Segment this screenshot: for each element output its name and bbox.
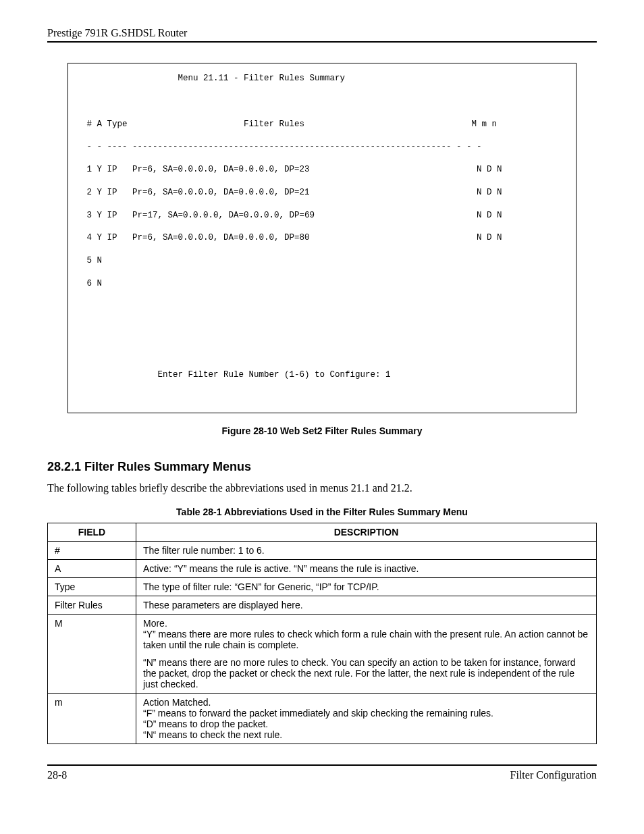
table-cell-description: More.“Y” means there are more rules to c…: [136, 615, 597, 694]
page-number: 28-8: [47, 769, 67, 781]
menu-data-row: 4 Y IP Pr=6, SA=0.0.0.0, DA=0.0.0.0, DP=…: [82, 232, 562, 244]
page-header-title: Prestige 791R G.SHDSL Router: [47, 27, 187, 38]
menu-blank-row: [82, 96, 562, 107]
table-cell-field: #: [48, 542, 136, 560]
page-header: Prestige 791R G.SHDSL Router: [47, 27, 597, 43]
menu-columns-row: # A Type Filter Rules M m n: [82, 119, 562, 130]
table-header-field: FIELD: [48, 523, 136, 542]
menu-blank-row: [82, 346, 562, 358]
table-cell-field: Type: [48, 578, 136, 596]
filter-rules-menu-box: Menu 21.11 - Filter Rules Summary # A Ty…: [68, 63, 576, 413]
menu-data-row: 2 Y IP Pr=6, SA=0.0.0.0, DA=0.0.0.0, DP=…: [82, 187, 562, 199]
table-row: Filter RulesThese parameters are display…: [48, 596, 597, 615]
table-row: MMore.“Y” means there are more rules to …: [48, 615, 597, 694]
table-cell-field: M: [48, 615, 136, 694]
menu-blank-row: [82, 392, 562, 404]
table-cell-field: m: [48, 694, 136, 744]
table-row: TypeThe type of filter rule: “GEN” for G…: [48, 578, 597, 596]
table-row: AActive: “Y” means the rule is active. “…: [48, 560, 597, 578]
page-footer: 28-8 Filter Configuration: [47, 764, 597, 781]
menu-data-row: 6 N: [82, 278, 562, 290]
table-cell-field: A: [48, 560, 136, 578]
figure-caption: Figure 28-10 Web Set2 Filter Rules Summa…: [47, 425, 597, 436]
menu-blank-row: [82, 301, 562, 313]
table-header-description: DESCRIPTION: [136, 523, 597, 542]
table-cell-description: These parameters are displayed here.: [136, 596, 597, 615]
table-cell-description: The filter rule number: 1 to 6.: [136, 542, 597, 560]
table-caption: Table 28-1 Abbreviations Used in the Fil…: [47, 506, 597, 517]
table-cell-description: Active: “Y” means the rule is active. “N…: [136, 560, 597, 578]
section-heading: 28.2.1 Filter Rules Summary Menus: [47, 460, 597, 474]
menu-title-row: Menu 21.11 - Filter Rules Summary: [82, 73, 562, 84]
footer-chapter-title: Filter Configuration: [510, 769, 597, 781]
table-cell-description: The type of filter rule: “GEN” for Gener…: [136, 578, 597, 596]
abbreviations-table: FIELD DESCRIPTION #The filter rule numbe…: [47, 523, 597, 744]
table-cell-description: Action Matched.“F” means to forward the …: [136, 694, 597, 744]
table-row: #The filter rule number: 1 to 6.: [48, 542, 597, 560]
table-cell-field: Filter Rules: [48, 596, 136, 615]
menu-divider-row: - - ---- -------------------------------…: [82, 141, 562, 153]
table-row: mAction Matched.“F” means to forward the…: [48, 694, 597, 744]
menu-prompt-row: Enter Filter Rule Number (1-6) to Config…: [82, 369, 562, 381]
menu-data-row: 5 N: [82, 255, 562, 267]
menu-data-row: 3 Y IP Pr=17, SA=0.0.0.0, DA=0.0.0.0, DP…: [82, 210, 562, 221]
menu-data-row: 1 Y IP Pr=6, SA=0.0.0.0, DA=0.0.0.0, DP=…: [82, 164, 562, 176]
body-paragraph: The following tables briefly describe th…: [47, 482, 597, 494]
menu-blank-row: [82, 323, 562, 335]
